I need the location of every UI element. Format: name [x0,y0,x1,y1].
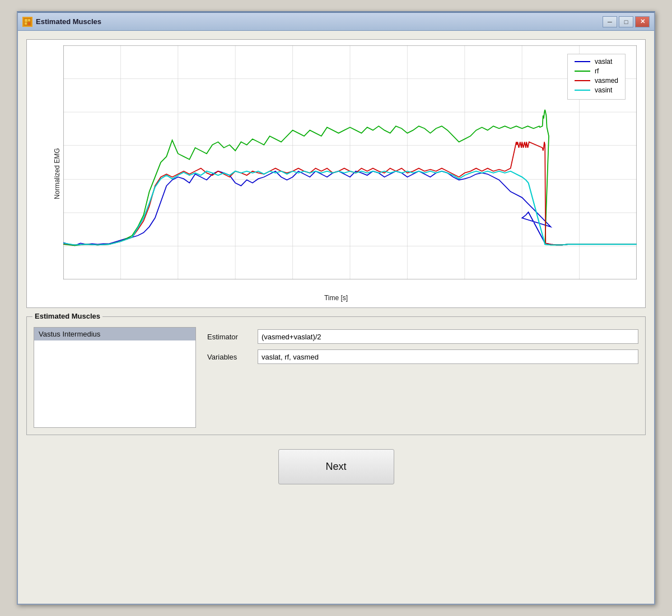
legend-item-vasint: vasint [575,86,618,94]
svg-rect-1 [25,19,27,22]
legend-label-vasint: vasint [595,86,612,94]
app-icon [22,17,32,27]
variables-row: Variables [207,349,638,364]
legend-label-rf: rf [595,67,599,75]
chart-legend: vaslat rf vasmed vasint [567,54,626,100]
minimize-button[interactable]: ─ [603,16,617,27]
estimator-input[interactable] [258,329,638,344]
variables-label: Variables [207,353,252,361]
x-axis-label: Time [s] [324,294,348,302]
svg-rect-3 [25,22,27,25]
button-row: Next [26,444,646,490]
list-item-vastus-intermedius[interactable]: Vastus Intermedius [34,328,195,340]
chart-svg: 1.2 1 0.8 0.6 0.4 0.2 0 -0.2 0 5 10 15 2… [63,45,637,279]
chart-container: Normalized EMG Time [s] [26,39,646,308]
bottom-panel: Estimated Muscles Vastus Intermedius Est… [26,316,646,595]
estimated-muscles-group: Estimated Muscles Vastus Intermedius Est… [26,316,646,435]
estimator-label: Estimator [207,333,252,341]
variables-input[interactable] [258,349,638,364]
window-content: Normalized EMG Time [s] [18,31,654,604]
window-title: Estimated Muscles [36,17,603,26]
next-button[interactable]: Next [278,449,394,484]
muscles-listbox-container: Vastus Intermedius [34,327,196,428]
estimator-row: Estimator [207,329,638,344]
legend-item-rf: rf [575,67,618,75]
title-bar: Estimated Muscles ─ □ ✕ [18,13,654,31]
legend-line-vasmed [575,80,590,81]
legend-line-vaslat [575,61,590,62]
chart-plot-area: 1.2 1 0.8 0.6 0.4 0.2 0 -0.2 0 5 10 15 2… [63,45,637,279]
maximize-button[interactable]: □ [619,16,633,27]
main-window: Estimated Muscles ─ □ ✕ Normalized EMG T… [17,11,655,605]
svg-rect-2 [28,19,30,21]
y-axis-label: Normalized EMG [53,148,61,199]
legend-item-vasmed: vasmed [575,77,618,85]
legend-item-vaslat: vaslat [575,58,618,66]
legend-label-vaslat: vaslat [595,58,612,66]
window-controls: ─ □ ✕ [603,16,650,27]
legend-label-vasmed: vasmed [595,77,618,85]
group-box-inner: Vastus Intermedius Estimator Variables [34,327,638,428]
fields-area: Estimator Variables [207,327,638,428]
legend-line-vasint [575,90,590,91]
close-button[interactable]: ✕ [635,16,650,27]
legend-line-rf [575,71,590,72]
group-box-title: Estimated Muscles [32,312,102,320]
muscles-listbox[interactable]: Vastus Intermedius [34,327,196,428]
svg-rect-4 [28,22,30,25]
